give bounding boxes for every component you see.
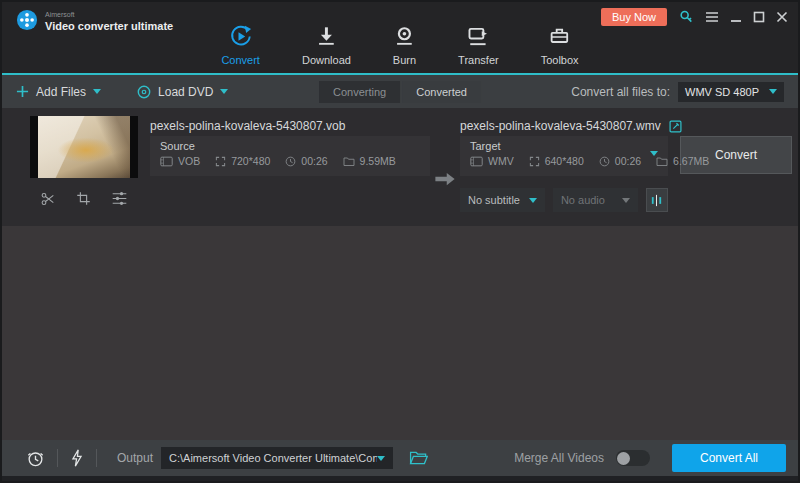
- subtitle-select[interactable]: No subtitle: [460, 188, 545, 212]
- schedule-alarm-icon[interactable]: [26, 449, 45, 468]
- crop-icon[interactable]: [76, 191, 91, 207]
- convert-icon: [229, 24, 252, 48]
- subtitle-select-value: No subtitle: [468, 194, 529, 206]
- bottom-bar: Output C:\Aimersoft Video Converter Ulti…: [2, 440, 798, 476]
- tab-download[interactable]: Download: [302, 24, 351, 66]
- high-speed-icon[interactable]: [70, 449, 84, 467]
- toolbar: Add Files Load DVD Converting Converted …: [2, 75, 798, 108]
- right-arrow-icon: [434, 172, 456, 186]
- clock-icon: [599, 156, 610, 167]
- minimize-icon[interactable]: [730, 11, 742, 23]
- target-format: WMV: [470, 155, 514, 167]
- video-thumbnail-image: [38, 116, 130, 178]
- clock-icon: [285, 156, 296, 167]
- close-icon[interactable]: [776, 11, 788, 23]
- source-format: VOB: [160, 155, 200, 167]
- load-dvd-label: Load DVD: [158, 85, 213, 99]
- output-path-select[interactable]: C:\Aimersoft Video Converter Ultimate\Co…: [161, 447, 393, 469]
- tab-toolbox[interactable]: Toolbox: [541, 24, 579, 66]
- tab-transfer[interactable]: Transfer: [458, 24, 499, 66]
- edit-tools: [30, 178, 138, 207]
- resolution-icon: [215, 156, 226, 167]
- tab-convert-label: Convert: [221, 54, 260, 66]
- tab-transfer-label: Transfer: [458, 54, 499, 66]
- resolution-icon: [529, 156, 540, 167]
- audio-adjust-button[interactable]: [646, 188, 668, 212]
- source-duration: 00:26: [285, 155, 327, 167]
- tab-converting[interactable]: Converting: [319, 81, 400, 103]
- output-format-group: Convert all files to: WMV SD 480P: [571, 82, 784, 102]
- output-format-select[interactable]: WMV SD 480P: [678, 82, 784, 102]
- audio-select[interactable]: No audio: [553, 188, 638, 212]
- product-name: Video converter ultimate: [45, 20, 173, 34]
- divider: [96, 449, 97, 467]
- target-size: 6.67MB: [656, 155, 709, 167]
- tab-burn-label: Burn: [393, 54, 416, 66]
- file-row: pexels-polina-kovaleva-5430807.vob Sourc…: [2, 108, 798, 226]
- maximize-icon[interactable]: [753, 11, 765, 23]
- footer-right-group: Merge All Videos Convert All: [514, 444, 786, 472]
- brand-name: Aimersoft: [45, 11, 173, 20]
- app-logo-icon: [16, 9, 38, 35]
- video-thumbnail[interactable]: [30, 116, 138, 178]
- plus-icon: [16, 85, 29, 98]
- app-window: Aimersoft Video converter ultimate Conve…: [0, 0, 800, 483]
- add-files-dropdown-arrow[interactable]: [93, 89, 101, 94]
- audio-dropdown-arrow: [622, 198, 630, 203]
- transfer-icon: [467, 24, 490, 48]
- window-bottom-edge: [2, 476, 798, 481]
- target-column: pexels-polina-kovaleva-5430807.wmv Targe…: [460, 116, 668, 226]
- source-panel-title: Source: [160, 140, 420, 152]
- target-resolution: 640*480: [529, 155, 584, 167]
- target-filename: pexels-polina-kovaleva-5430807.wmv: [460, 119, 661, 133]
- audio-select-value: No audio: [561, 194, 622, 206]
- window-controls: Buy Now: [601, 7, 788, 27]
- list-tabs: Converting Converted: [319, 81, 481, 103]
- buy-now-button[interactable]: Buy Now: [601, 8, 667, 26]
- target-format-dropdown-arrow[interactable]: [650, 151, 658, 156]
- output-label: Output: [117, 451, 153, 465]
- video-file-icon: [160, 156, 173, 167]
- dvd-disc-icon: [137, 85, 151, 99]
- folder-icon: [343, 156, 355, 167]
- tab-convert[interactable]: Convert: [221, 24, 260, 66]
- convert-all-to-label: Convert all files to:: [571, 85, 670, 99]
- add-files-button[interactable]: Add Files: [16, 85, 101, 99]
- output-path-dropdown-arrow: [377, 456, 385, 461]
- app-logo: Aimersoft Video converter ultimate: [16, 9, 173, 35]
- convert-all-button[interactable]: Convert All: [672, 444, 786, 472]
- audio-adjust-icon: [649, 193, 664, 208]
- source-resolution: 720*480: [215, 155, 270, 167]
- title-bar: Aimersoft Video converter ultimate Conve…: [2, 2, 798, 75]
- output-path-value: C:\Aimersoft Video Converter Ultimate\Co…: [169, 452, 377, 464]
- target-duration: 00:26: [599, 155, 641, 167]
- merge-all-videos-toggle[interactable]: [616, 450, 650, 466]
- register-key-icon[interactable]: [678, 9, 694, 25]
- output-format-dropdown-arrow: [769, 89, 777, 94]
- add-files-label: Add Files: [36, 85, 86, 99]
- source-size: 9.59MB: [343, 155, 396, 167]
- target-panel: Target WMV: [460, 136, 668, 176]
- tab-burn[interactable]: Burn: [393, 24, 416, 66]
- toggle-knob: [617, 452, 630, 465]
- source-column: pexels-polina-kovaleva-5430807.vob Sourc…: [150, 116, 430, 226]
- video-file-icon: [470, 156, 483, 167]
- trim-scissors-icon[interactable]: [40, 191, 56, 207]
- effects-sliders-icon[interactable]: [111, 191, 128, 207]
- divider: [57, 449, 58, 467]
- load-dvd-button[interactable]: Load DVD: [137, 85, 228, 99]
- output-format-value: WMV SD 480P: [685, 86, 769, 98]
- convert-column: Convert: [680, 116, 792, 226]
- main-nav: Convert Download: [221, 24, 578, 66]
- target-panel-title: Target: [470, 140, 658, 152]
- toolbox-icon: [549, 24, 571, 48]
- folder-icon: [656, 156, 668, 167]
- load-dvd-dropdown-arrow[interactable]: [220, 89, 228, 94]
- source-panel: Source VOB: [150, 136, 430, 176]
- thumbnail-column: [30, 116, 138, 226]
- tab-converted[interactable]: Converted: [402, 81, 481, 103]
- menu-icon[interactable]: [705, 11, 719, 23]
- open-folder-icon[interactable]: [409, 450, 428, 466]
- tab-download-label: Download: [302, 54, 351, 66]
- subtitle-dropdown-arrow: [529, 198, 537, 203]
